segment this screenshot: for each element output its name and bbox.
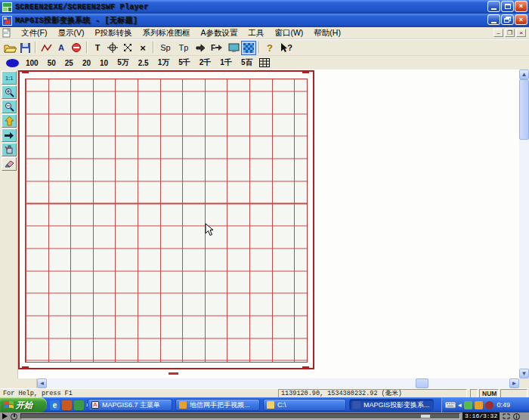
start-button[interactable]: 开始: [0, 397, 47, 412]
menu-view[interactable]: 显示(V): [52, 27, 89, 39]
grid-table-button[interactable]: [257, 56, 272, 70]
menu-standard-map-frames[interactable]: 系列标准图框: [137, 27, 195, 39]
crosshair-button[interactable]: [105, 41, 120, 55]
scroll-corner-right: [519, 378, 529, 388]
fullscreen-button[interactable]: [503, 413, 510, 419]
scroll-right-arrow[interactable]: ►: [509, 378, 519, 388]
scale-10-button[interactable]: 10: [95, 57, 113, 69]
scale-50-button[interactable]: 50: [43, 57, 60, 69]
menu-projection-convert[interactable]: P投影转换: [89, 27, 137, 39]
vertical-scrollbar[interactable]: ▲ ▼: [519, 69, 529, 378]
f-forward-button[interactable]: F: [208, 41, 226, 55]
menu-help[interactable]: 帮助(H): [308, 27, 346, 39]
zoom-in-button[interactable]: [2, 85, 17, 99]
app-minimize-button[interactable]: [487, 14, 500, 25]
eraser-button[interactable]: [2, 157, 17, 171]
menu-window[interactable]: 窗口(W): [269, 27, 308, 39]
seek-bar[interactable]: [20, 413, 460, 419]
app-restore-button[interactable]: [501, 14, 514, 25]
player-minimize-button[interactable]: [487, 1, 500, 12]
keyboard-tray-icon[interactable]: [445, 401, 456, 409]
tp-label: Tp: [179, 43, 189, 52]
tray-icon-orange[interactable]: [475, 401, 483, 409]
scale-5wan-button[interactable]: 5万: [113, 56, 134, 69]
player-close-button[interactable]: ×: [515, 1, 527, 12]
scale-2qian-button[interactable]: 2千: [195, 56, 216, 69]
scale-1qian-button[interactable]: 1千: [215, 56, 237, 69]
scale-20-button[interactable]: 20: [78, 57, 95, 69]
menu-tools[interactable]: 工具: [243, 27, 269, 39]
taskbar-button-mapgis-projection[interactable]: MAPGIS投影变换系...: [349, 399, 434, 411]
pan-button[interactable]: [2, 128, 17, 142]
info-button[interactable]: [513, 413, 520, 420]
previous-view-button[interactable]: [2, 114, 17, 128]
speed-dial-icon[interactable]: [11, 413, 17, 420]
tray-icon-red[interactable]: [485, 401, 493, 409]
blue-ellipse-icon: [6, 59, 19, 67]
player-maximize-button[interactable]: [501, 1, 514, 12]
ellipse-tool-button[interactable]: [3, 56, 21, 70]
playback-time: 3:16/3:32: [462, 412, 500, 420]
context-help-button[interactable]: ?: [277, 41, 295, 55]
about-button[interactable]: ?: [262, 41, 277, 55]
display-button[interactable]: [226, 41, 241, 55]
app-close-button[interactable]: ×: [515, 14, 527, 25]
app-titlebar: MAPGIS投影变换系统 - [无标题] ×: [0, 14, 529, 27]
pattern-fill-button[interactable]: [241, 41, 256, 55]
seek-thumb[interactable]: [420, 414, 431, 418]
scale-5bai-button[interactable]: 5百: [237, 56, 258, 69]
scroll-down-arrow[interactable]: ▼: [519, 369, 529, 378]
quick-launch-icon[interactable]: [74, 400, 84, 410]
tray-icon-green[interactable]: [464, 401, 472, 409]
crosshair-icon: [107, 42, 118, 53]
move-button[interactable]: [120, 41, 135, 55]
vertical-scroll-thumb[interactable]: [519, 79, 529, 140]
mdi-restore-button[interactable]: ❐: [505, 29, 515, 37]
screen: SCREEN2EXE/SCREEN2SWF Player × MAPGIS投影变…: [0, 0, 529, 420]
taskbar-button-mapgis-menu[interactable]: A MAPGIS6.7 主菜单: [88, 399, 172, 411]
toolbar-separator: [86, 42, 88, 54]
taskbar-button-video[interactable]: 地信网手把手视频...: [175, 399, 260, 411]
cursor-arrow-icon: [280, 43, 287, 53]
menu-file[interactable]: 文件(F): [16, 27, 52, 39]
scale-5qian-button[interactable]: 5千: [174, 56, 195, 69]
scale-2-5-button[interactable]: 2.5: [134, 57, 153, 69]
menu-parameter-settings[interactable]: A参数设置: [195, 27, 243, 39]
text-annotation-button[interactable]: A: [54, 41, 69, 55]
zoom-out-button[interactable]: [2, 100, 17, 113]
internet-explorer-icon[interactable]: e: [50, 400, 60, 410]
magnifier-minus-icon: [5, 102, 14, 112]
task-label: C:\: [277, 401, 286, 409]
mdi-minimize-button[interactable]: –: [493, 29, 503, 37]
mdi-close-button[interactable]: ×: [516, 29, 526, 37]
tp-button[interactable]: Tp: [175, 41, 193, 55]
one-to-one-button[interactable]: 1:1: [2, 71, 17, 85]
ink-tool-button[interactable]: [2, 143, 17, 156]
restore-icon: [504, 17, 511, 23]
play-button[interactable]: [2, 413, 8, 419]
app-window-controls: ×: [487, 14, 527, 25]
save-button[interactable]: [17, 41, 32, 55]
horizontal-scroll-thumb[interactable]: [416, 378, 428, 388]
letter-a-icon: A: [58, 43, 64, 52]
open-file-button[interactable]: [2, 41, 17, 55]
four-arrows-icon: [122, 42, 133, 53]
scroll-up-arrow[interactable]: ▲: [519, 69, 529, 79]
tray-collapse-chevron[interactable]: ◂: [458, 401, 462, 409]
scroll-left-arrow[interactable]: ◄: [37, 378, 47, 388]
quick-launch-icon[interactable]: [62, 400, 72, 410]
horizontal-scrollbar[interactable]: ◄ ►: [37, 378, 519, 388]
scale-100-button[interactable]: 100: [21, 57, 43, 69]
letter-t-icon: T: [95, 43, 101, 52]
text-t-button[interactable]: T: [90, 41, 105, 55]
scale-1wan-button[interactable]: 1万: [153, 56, 175, 69]
sp-button[interactable]: Sp: [156, 41, 175, 55]
map-canvas[interactable]: [18, 69, 519, 378]
run-forward-button[interactable]: [193, 41, 208, 55]
no-entry-button[interactable]: [69, 41, 84, 55]
scale-25-button[interactable]: 25: [60, 57, 78, 69]
delete-button[interactable]: ×: [135, 41, 150, 55]
draw-polyline-button[interactable]: [39, 41, 54, 55]
taskbar-button-explorer[interactable]: C:\: [263, 399, 346, 411]
document-system-icon[interactable]: [2, 28, 11, 38]
